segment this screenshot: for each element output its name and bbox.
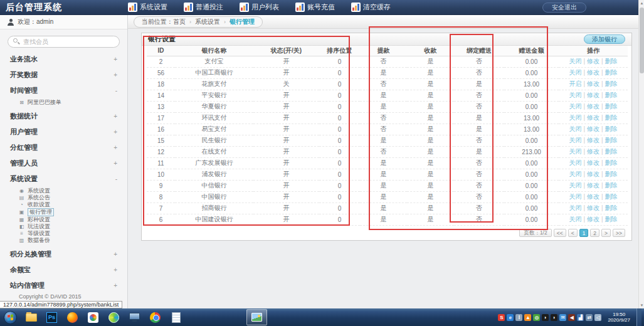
action-delete-link[interactable]: 删除 xyxy=(605,148,618,155)
sidebar-item-10[interactable]: 站内信管理+ xyxy=(0,278,127,293)
sidebar-item-6[interactable]: 管理人员+ xyxy=(0,155,127,171)
action-edit-link[interactable]: 修改 xyxy=(587,171,599,177)
next-page-button[interactable]: > xyxy=(601,229,611,237)
action-edit-link[interactable]: 修改 xyxy=(587,182,599,189)
explorer-icon[interactable] xyxy=(21,309,41,325)
top-nav-item-1[interactable]: 普通投注 xyxy=(184,3,223,12)
top-nav-item-2[interactable]: 用户列表 xyxy=(240,3,279,12)
action-delete-link[interactable]: 删除 xyxy=(605,103,618,110)
pin-icon[interactable]: ⁝ xyxy=(515,314,522,321)
action-edit-link[interactable]: 修改 xyxy=(587,137,599,144)
action-edit-link[interactable]: 修改 xyxy=(587,148,599,155)
browser360-icon[interactable] xyxy=(103,309,124,325)
expand-toggle-icon[interactable]: + xyxy=(113,71,117,78)
expand-toggle-icon[interactable]: + xyxy=(113,282,117,289)
network-icon[interactable]: ⇄ xyxy=(586,314,593,321)
sidebar-item-8[interactable]: 积分兑换管理+ xyxy=(0,246,127,262)
member-search-input[interactable] xyxy=(8,36,120,48)
action-edit-link[interactable]: 修改 xyxy=(587,204,599,211)
submenu-item-7-5[interactable]: ◧玩法设置 xyxy=(0,223,127,230)
expand-toggle-icon[interactable]: - xyxy=(115,87,117,94)
sidebar-item-9[interactable]: 余额宝+ xyxy=(0,262,127,278)
action-delete-link[interactable]: 删除 xyxy=(605,204,618,211)
sidebar-item-3[interactable]: 数据统计+ xyxy=(0,108,127,124)
action-delete-link[interactable]: 删除 xyxy=(605,69,618,76)
scrollbar-thumb[interactable] xyxy=(640,8,644,73)
sidebar-item-5[interactable]: 分红管理+ xyxy=(0,140,127,155)
action-toggle-link[interactable]: 关闭 xyxy=(569,137,581,144)
action-toggle-link[interactable]: 关闭 xyxy=(569,193,581,200)
chrome-icon[interactable] xyxy=(145,309,166,325)
logout-button[interactable]: 安全退出 xyxy=(542,3,586,13)
firefox-icon[interactable] xyxy=(62,309,83,325)
expand-toggle-icon[interactable]: + xyxy=(113,160,117,167)
action-edit-link[interactable]: 修改 xyxy=(587,193,599,200)
action-edit-link[interactable]: 修改 xyxy=(587,125,599,132)
add-bank-button[interactable]: 添加银行 xyxy=(584,34,625,44)
expand-toggle-icon[interactable]: + xyxy=(113,251,117,258)
action-toggle-link[interactable]: 关闭 xyxy=(569,148,581,155)
sidebar-item-0[interactable]: 业务流水+ xyxy=(0,51,127,67)
action-toggle-link[interactable]: 关闭 xyxy=(569,92,581,98)
action-toggle-link[interactable]: 关闭 xyxy=(569,114,581,121)
action-delete-link[interactable]: 删除 xyxy=(605,58,618,65)
action-delete-link[interactable]: 删除 xyxy=(605,125,618,132)
breadcrumb-item-1[interactable]: 银行管理 xyxy=(230,18,255,26)
action-delete-link[interactable]: 删除 xyxy=(605,92,618,98)
flame-icon[interactable]: ▲ xyxy=(524,314,531,321)
whiteapp-icon[interactable] xyxy=(83,309,103,325)
sidebar-item-4[interactable]: 用户管理+ xyxy=(0,124,127,140)
action-toggle-link[interactable]: 开启 xyxy=(569,80,581,87)
breadcrumb-item-0[interactable]: 系统设置 xyxy=(195,18,220,26)
top-nav-item-3[interactable]: 账号充值 xyxy=(295,3,335,12)
qq-icon[interactable]: ◗ xyxy=(542,314,549,321)
start-button[interactable] xyxy=(0,309,21,325)
action-delete-link[interactable]: 删除 xyxy=(605,193,618,200)
volume-icon[interactable]: ◁ xyxy=(594,314,601,321)
qq2-icon[interactable]: ◗ xyxy=(551,314,557,321)
action-toggle-link[interactable]: 关闭 xyxy=(569,125,581,132)
sidebar-item-7[interactable]: 系统设置- xyxy=(0,171,127,187)
submenu-item-7-6[interactable]: ≡等级设置 xyxy=(0,230,127,237)
photoshop-icon[interactable]: Ps xyxy=(41,309,62,325)
expand-toggle-icon[interactable]: + xyxy=(113,56,117,63)
image-viewer-icon[interactable] xyxy=(246,309,267,325)
submenu-item-7-4[interactable]: ▦彩种设置 xyxy=(0,216,127,223)
action-edit-link[interactable]: 修改 xyxy=(587,159,599,166)
action-toggle-link[interactable]: 关闭 xyxy=(569,204,581,211)
sidebar-item-2[interactable]: 时间管理- xyxy=(0,83,127,98)
action-delete-link[interactable]: 删除 xyxy=(605,80,618,87)
prev-page-button[interactable]: < xyxy=(568,229,578,237)
show-desktop-button[interactable] xyxy=(636,308,641,326)
action-toggle-link[interactable]: 关闭 xyxy=(569,159,581,166)
top-nav-item-4[interactable]: 清空缓存 xyxy=(351,3,391,12)
mail-icon[interactable]: ✉ xyxy=(559,314,566,321)
chart-tray-icon[interactable]: ▟ xyxy=(577,314,584,321)
expand-toggle-icon[interactable]: - xyxy=(115,176,117,182)
action-delete-link[interactable]: 删除 xyxy=(605,216,618,223)
expand-toggle-icon[interactable]: + xyxy=(113,129,117,135)
action-toggle-link[interactable]: 关闭 xyxy=(569,182,581,189)
action-edit-link[interactable]: 修改 xyxy=(587,216,599,223)
vertical-scrollbar[interactable]: ▲ ▼ xyxy=(638,0,644,308)
submenu-item-7-3[interactable]: ▣银行管理 xyxy=(0,208,127,216)
submenu-item-2-0[interactable]: ⊠阿里巴巴接单 xyxy=(0,99,127,106)
scroll-up-icon[interactable]: ▲ xyxy=(639,0,644,6)
sogou-icon[interactable]: S xyxy=(498,314,505,321)
ie-icon[interactable]: e xyxy=(507,314,514,321)
submenu-item-7-0[interactable]: ◉系统设置 xyxy=(0,187,127,194)
computer-icon[interactable] xyxy=(124,309,145,325)
speaker-icon[interactable]: ◀ xyxy=(568,314,575,321)
action-toggle-link[interactable]: 关闭 xyxy=(569,69,581,76)
action-delete-link[interactable]: 删除 xyxy=(605,182,618,189)
action-toggle-link[interactable]: 关闭 xyxy=(569,58,581,65)
action-edit-link[interactable]: 修改 xyxy=(587,103,599,110)
action-delete-link[interactable]: 删除 xyxy=(605,114,618,121)
action-toggle-link[interactable]: 关闭 xyxy=(569,103,581,110)
expand-toggle-icon[interactable]: + xyxy=(113,113,117,120)
submenu-item-7-2[interactable]: ◔收款设置 xyxy=(0,201,127,208)
page-button[interactable]: 2 xyxy=(590,229,599,237)
notepad-icon[interactable] xyxy=(166,309,186,325)
action-edit-link[interactable]: 修改 xyxy=(587,114,599,121)
action-delete-link[interactable]: 删除 xyxy=(605,159,618,166)
